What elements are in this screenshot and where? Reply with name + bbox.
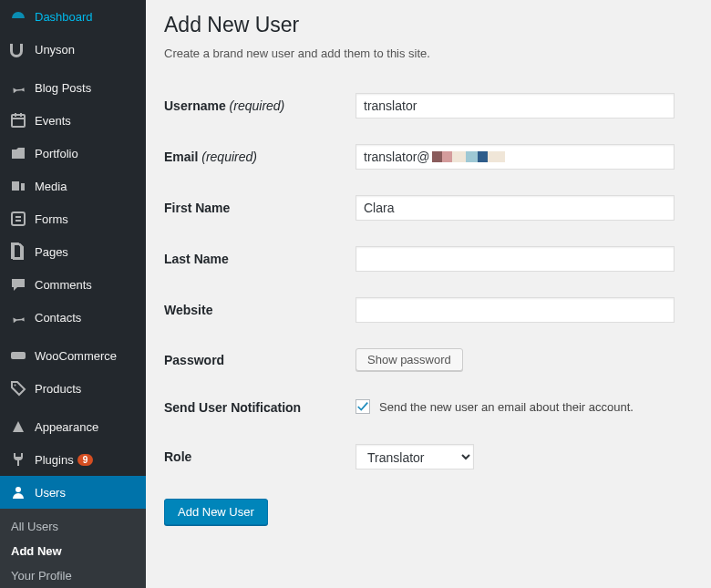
pin-icon [9,308,27,326]
sidebar-item-products[interactable]: Products [0,372,146,405]
check-icon [356,400,369,413]
notification-label: Send User Notification [164,384,356,431]
page-description: Create a brand new user and add them to … [164,46,693,60]
sidebar-item-portfolio[interactable]: Portfolio [0,137,146,170]
role-select[interactable]: Translator [356,444,474,469]
sidebar-item-woocommerce[interactable]: WooCommerce [0,339,146,372]
password-label: Password [164,335,356,384]
sidebar-item-contacts[interactable]: Contacts [0,301,146,334]
sidebar-item-label: Media [35,180,67,193]
last-name-input[interactable] [356,246,675,272]
users-submenu: All UsersAdd NewYour Profile [0,509,146,588]
submenu-item-all-users[interactable]: All Users [0,514,146,539]
sidebar-item-appearance[interactable]: Appearance [0,410,146,443]
svg-rect-3 [11,352,26,359]
plugins-icon [9,450,27,469]
submenu-item-add-new[interactable]: Add New [0,539,146,563]
sidebar-item-label: Users [35,486,66,500]
website-label: Website [164,284,356,335]
sidebar-item-plugins[interactable]: Plugins9 [0,443,146,476]
first-name-input[interactable] [356,195,675,221]
users-icon [9,483,27,501]
sidebar-item-users[interactable]: Users [0,476,146,509]
svg-rect-2 [12,212,25,225]
media-icon [9,177,27,195]
user-form: Username (required) Email (required) tra… [164,80,693,482]
sidebar-item-dashboard[interactable]: Dashboard [0,0,146,33]
pages-icon [9,242,27,261]
first-name-label: First Name [164,182,356,233]
sidebar-item-label: Events [35,114,71,128]
email-input[interactable]: translator@ [356,144,675,170]
sidebar-item-label: Forms [35,212,68,226]
woo-icon [9,346,27,365]
update-badge: 9 [77,454,94,466]
add-new-user-button[interactable]: Add New User [164,499,268,525]
forms-icon [9,210,27,228]
products-icon [9,379,27,397]
svg-rect-0 [12,115,25,127]
sidebar-item-label: Products [35,382,81,396]
sidebar-item-blog-posts[interactable]: Blog Posts [0,71,146,104]
sidebar-item-label: Plugins [35,453,74,467]
portfolio-icon [9,144,27,162]
email-label: Email [164,150,198,164]
submenu-item-your-profile[interactable]: Your Profile [0,563,146,588]
calendar-icon [9,111,27,129]
sidebar-item-label: Unyson [35,43,75,57]
admin-sidebar: DashboardUnysonBlog PostsEventsPortfolio… [0,0,146,588]
username-label: Username [164,98,226,113]
pin-icon [9,78,27,97]
website-input[interactable] [356,297,675,323]
sidebar-item-forms[interactable]: Forms [0,202,146,235]
redacted-icon [432,151,505,162]
notification-checkbox-label: Send the new user an email about their a… [379,400,634,414]
svg-point-4 [15,385,16,387]
svg-point-1 [14,183,15,185]
notification-checkbox[interactable] [356,399,370,414]
sidebar-item-events[interactable]: Events [0,104,146,137]
sidebar-item-comments[interactable]: Comments [0,268,146,301]
sidebar-item-media[interactable]: Media [0,170,146,202]
role-label: Role [164,431,356,482]
unyson-icon [9,40,27,58]
sidebar-item-pages[interactable]: Pages [0,235,146,268]
last-name-label: Last Name [164,233,356,284]
sidebar-item-label: Blog Posts [35,81,91,95]
sidebar-item-label: Pages [35,245,68,259]
sidebar-item-label: Dashboard [35,10,93,24]
main-content: Add New User Create a brand new user and… [146,0,711,588]
sidebar-item-label: Appearance [35,420,98,434]
sidebar-item-label: WooCommerce [35,349,117,363]
sidebar-item-label: Portfolio [35,147,78,160]
show-password-button[interactable]: Show password [356,348,463,371]
page-title: Add New User [164,13,693,37]
comments-icon [9,275,27,294]
sidebar-item-label: Contacts [35,311,81,325]
sidebar-item-label: Comments [35,278,92,292]
username-input[interactable] [356,93,675,119]
dashboard-icon [9,7,27,26]
appearance-icon [9,418,27,436]
notification-checkbox-wrap[interactable]: Send the new user an email about their a… [356,399,634,414]
svg-point-5 [15,487,21,492]
sidebar-item-unyson[interactable]: Unyson [0,33,146,66]
